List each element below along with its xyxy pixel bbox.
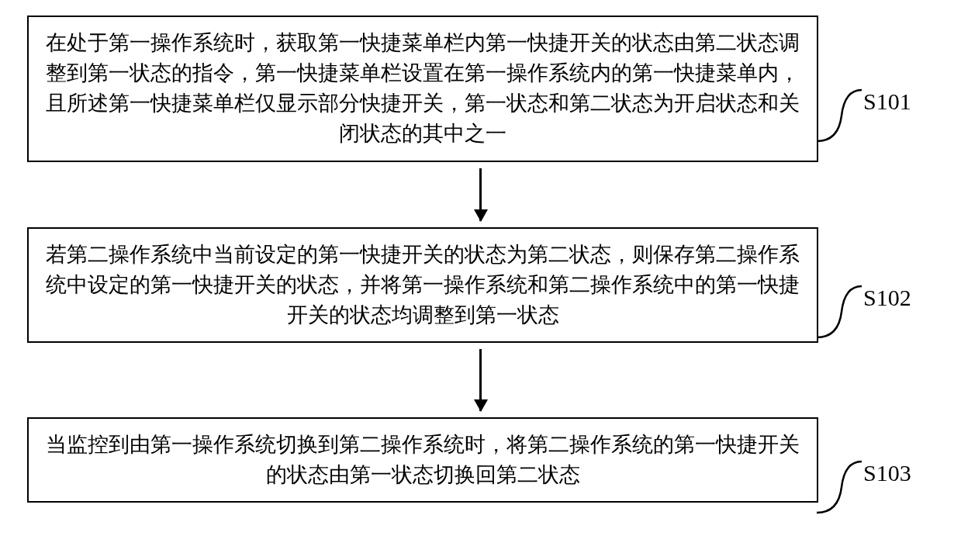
flowchart-container: 在处于第一操作系统时，获取第一快捷菜单栏内第一快捷开关的状态由第二状态调整到第一… — [27, 16, 934, 503]
step-s103: 当监控到由第一操作系统切换到第二操作系统时，将第二操作系统的第一快捷开关的状态由… — [27, 417, 934, 503]
step-box-s102: 若第二操作系统中当前设定的第一快捷开关的状态为第二状态，则保存第二操作系统中设定… — [27, 227, 818, 343]
step-s101: 在处于第一操作系统时，获取第一快捷菜单栏内第一快捷开关的状态由第二状态调整到第一… — [27, 16, 934, 162]
step-s102: 若第二操作系统中当前设定的第一快捷开关的状态为第二状态，则保存第二操作系统中设定… — [27, 227, 934, 343]
arrow-down-icon — [479, 168, 482, 221]
step-box-s101: 在处于第一操作系统时，获取第一快捷菜单栏内第一快捷开关的状态由第二状态调整到第一… — [27, 16, 818, 162]
step-label: S103 — [863, 460, 911, 486]
step-label: S101 — [863, 88, 911, 115]
step-label: S102 — [863, 285, 911, 311]
step-text: 若第二操作系统中当前设定的第一快捷开关的状态为第二状态，则保存第二操作系统中设定… — [46, 243, 800, 327]
step-text: 当监控到由第一操作系统切换到第二操作系统时，将第二操作系统的第一快捷开关的状态由… — [46, 433, 800, 486]
arrow-down-icon — [479, 349, 482, 411]
connector-curve-icon — [817, 460, 863, 514]
connector-curve-icon — [817, 285, 863, 339]
step-text: 在处于第一操作系统时，获取第一快捷菜单栏内第一快捷开关的状态由第二状态调整到第一… — [46, 31, 800, 145]
connector-curve-icon — [817, 88, 863, 143]
step-box-s103: 当监控到由第一操作系统切换到第二操作系统时，将第二操作系统的第一快捷开关的状态由… — [27, 417, 818, 503]
